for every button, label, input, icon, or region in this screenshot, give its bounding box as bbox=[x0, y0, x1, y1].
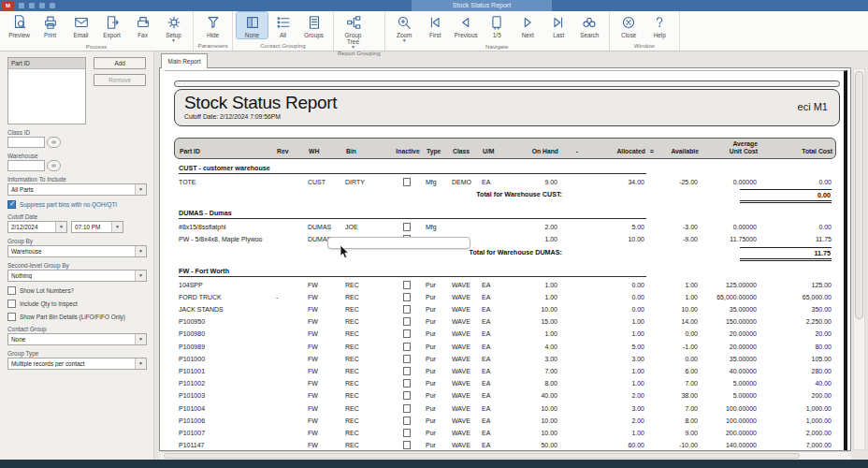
chevron-down-icon[interactable]: ▼ bbox=[55, 222, 66, 232]
ribbon-button-previous[interactable]: Previous bbox=[451, 12, 482, 38]
table-row[interactable]: JACK STANDSFWRECPurWAVEEA10.000.0010.003… bbox=[179, 303, 832, 315]
table-row[interactable]: FORD TRUCK-FWRECPurWAVEEA1.000.001.0065,… bbox=[179, 291, 832, 303]
qat-icon[interactable] bbox=[39, 3, 45, 8]
table-row[interactable]: P100989FWRECPurWAVEEA4.005.00-1.0020.000… bbox=[179, 341, 832, 353]
report-viewport[interactable]: Stock Status Report Cutoff Date: 2/12/20… bbox=[159, 67, 851, 451]
table-row[interactable]: P101004FWRECPurWAVEEA10.003.007.00100.00… bbox=[179, 402, 832, 414]
table-row[interactable]: P101006FWRECPurWAVEEA10.002.008.00100.00… bbox=[179, 415, 832, 427]
ribbon-button-first[interactable]: First bbox=[420, 12, 451, 38]
ribbon-button-email[interactable]: Email bbox=[65, 12, 96, 38]
group-total-label: Total for Warehouse CUST: bbox=[179, 189, 595, 199]
ribbon-button-setup[interactable]: Setup▼ bbox=[158, 12, 189, 42]
class-id-input[interactable] bbox=[7, 137, 45, 148]
binoculars-lookup-icon[interactable]: ∞ bbox=[47, 160, 61, 171]
table-row[interactable]: PW - 5/8x4x8, Maple PlywooDUMASJOEPurCAB… bbox=[179, 233, 832, 245]
table-row[interactable]: P101007FWRECPurWAVEEA10.001.009.00200.00… bbox=[179, 427, 832, 439]
ribbon-button-label: All bbox=[280, 32, 286, 38]
part-id-listbox[interactable]: Part ID bbox=[7, 57, 86, 124]
inactive-checkbox[interactable] bbox=[403, 379, 411, 388]
ribbon-button-last[interactable]: Last bbox=[543, 12, 574, 38]
tab-main-report[interactable]: Main Report bbox=[161, 53, 208, 68]
qat-icon[interactable] bbox=[50, 3, 55, 8]
horizontal-scrollbar-thumb[interactable] bbox=[164, 453, 800, 459]
ribbon-button-next[interactable]: Next bbox=[513, 12, 543, 38]
inactive-checkbox[interactable] bbox=[403, 343, 411, 351]
ribbon-button-1-5[interactable]: 1/5 bbox=[482, 12, 513, 38]
table-row[interactable]: P101147FWRECPurWAVEEA50.0060.00-10.00140… bbox=[179, 439, 832, 451]
inactive-checkbox[interactable] bbox=[403, 223, 411, 231]
ribbon-button-hide[interactable]: Hide bbox=[197, 12, 228, 38]
inactive-checkbox[interactable] bbox=[403, 178, 411, 186]
binoculars-lookup-icon[interactable]: ∞ bbox=[47, 137, 61, 148]
cell: 35.00000 bbox=[698, 303, 757, 315]
qat-icon[interactable] bbox=[19, 3, 24, 8]
inactive-checkbox[interactable] bbox=[403, 329, 411, 338]
group-by-select[interactable]: Warehouse ▼ bbox=[7, 245, 147, 257]
contact-group-select[interactable]: None ▼ bbox=[7, 333, 147, 345]
cell: 1.00 bbox=[508, 279, 557, 291]
ribbon-button-none[interactable]: None bbox=[237, 12, 268, 38]
group-type-select[interactable]: Multiple records per contact ▼ bbox=[7, 358, 147, 370]
suppress-bins-checkbox[interactable] bbox=[7, 200, 16, 209]
inactive-checkbox[interactable] bbox=[403, 355, 411, 363]
chevron-down-icon[interactable]: ▼ bbox=[135, 271, 146, 281]
warehouse-input[interactable] bbox=[7, 160, 45, 171]
inactive-checkbox[interactable] bbox=[403, 391, 411, 400]
table-row[interactable]: P100950FWRECPurWAVEEA15.001.0014.00150.0… bbox=[179, 315, 832, 328]
table-row[interactable]: P101001FWRECPurWAVEEA7.001.006.0040.0000… bbox=[179, 365, 832, 377]
show-lot-numbers-checkbox[interactable] bbox=[7, 286, 16, 295]
add-button[interactable]: Add bbox=[94, 57, 146, 69]
quick-access-toolbar[interactable] bbox=[19, 3, 55, 8]
chevron-down-icon[interactable]: ▼ bbox=[135, 246, 146, 256]
cutoff-date-select[interactable]: 2/12/2024 ▼ bbox=[7, 221, 67, 233]
inactive-checkbox[interactable] bbox=[403, 367, 411, 375]
table-row[interactable]: P100980FWRECPurWAVEEA1.001.000.0020.0000… bbox=[179, 328, 832, 340]
group-by-label: Group By bbox=[7, 238, 146, 244]
cutoff-time-select[interactable]: 07:10 PM ▼ bbox=[71, 221, 123, 233]
inactive-checkbox[interactable] bbox=[403, 281, 411, 289]
cell: 65,000.00000 bbox=[698, 291, 757, 303]
inactive-checkbox[interactable] bbox=[403, 441, 411, 449]
vertical-scrollbar[interactable] bbox=[853, 68, 865, 450]
inactive-checkbox[interactable] bbox=[403, 317, 411, 326]
horizontal-scrollbar[interactable] bbox=[160, 451, 851, 460]
table-row[interactable]: P101003FWRECPurWAVEEA40.002.0038.005.000… bbox=[179, 389, 832, 402]
ribbon-button-fax[interactable]: Fax bbox=[127, 12, 158, 38]
show-part-bin-details-checkbox[interactable] bbox=[7, 313, 16, 321]
qat-icon[interactable] bbox=[29, 3, 35, 8]
inactive-checkbox[interactable] bbox=[403, 417, 411, 425]
include-qty-inspect-checkbox[interactable] bbox=[7, 300, 16, 308]
table-row[interactable]: P101000FWRECPurWAVEEA3.003.000.0035.0000… bbox=[179, 353, 832, 365]
table-row[interactable]: 104SPPFWRECPurWAVEEA1.000.001.00125.0000… bbox=[179, 279, 832, 291]
table-row[interactable]: TOTECUSTDIRTYMfgDEMOEA9.0034.00-25.000.0… bbox=[179, 176, 832, 188]
ribbon-button-search[interactable]: Search bbox=[574, 12, 605, 38]
chevron-down-icon[interactable]: ▼ bbox=[111, 222, 123, 232]
ribbon-button-export[interactable]: Export bbox=[96, 12, 127, 38]
ribbon-button-all[interactable]: All bbox=[268, 12, 298, 38]
cell: 125.00 bbox=[757, 279, 832, 291]
inactive-cell bbox=[388, 429, 426, 437]
ribbon-button-group-tree[interactable]: Group Tree▼ bbox=[338, 12, 369, 49]
table-row[interactable]: #8x15/8ssflatphlDUMASJOEMfg2.005.00-3.00… bbox=[179, 221, 832, 233]
inactive-checkbox[interactable] bbox=[403, 429, 411, 437]
ribbon-button-groups[interactable]: Groups bbox=[298, 12, 329, 38]
inactive-checkbox[interactable] bbox=[403, 404, 411, 413]
inactive-checkbox[interactable] bbox=[403, 293, 411, 301]
funnel-icon bbox=[205, 14, 222, 31]
remove-button[interactable]: Remove bbox=[94, 74, 146, 86]
vertical-scrollbar-thumb[interactable] bbox=[855, 71, 863, 319]
chevron-down-icon[interactable]: ▼ bbox=[135, 184, 146, 195]
cell: 2.00 bbox=[508, 221, 557, 233]
second-group-by-select[interactable]: Nothing ▼ bbox=[7, 270, 147, 282]
ribbon-button-close[interactable]: Close bbox=[614, 12, 644, 38]
inactive-checkbox[interactable] bbox=[403, 305, 411, 314]
ribbon-button-zoom[interactable]: Zoom▼ bbox=[389, 12, 420, 42]
info-to-include-select[interactable]: All Parts ▼ bbox=[7, 183, 147, 196]
table-row[interactable]: P101002FWRECPurWAVEEA8.001.007.005.00000… bbox=[179, 377, 832, 389]
chevron-down-icon[interactable]: ▼ bbox=[135, 334, 146, 344]
ribbon-button-help[interactable]: Help bbox=[644, 12, 675, 38]
chevron-down-icon[interactable]: ▼ bbox=[135, 358, 146, 369]
m1-app-icon[interactable]: M bbox=[2, 1, 14, 10]
ribbon-button-print[interactable]: Print bbox=[35, 12, 65, 38]
ribbon-button-preview[interactable]: Preview bbox=[4, 12, 35, 38]
